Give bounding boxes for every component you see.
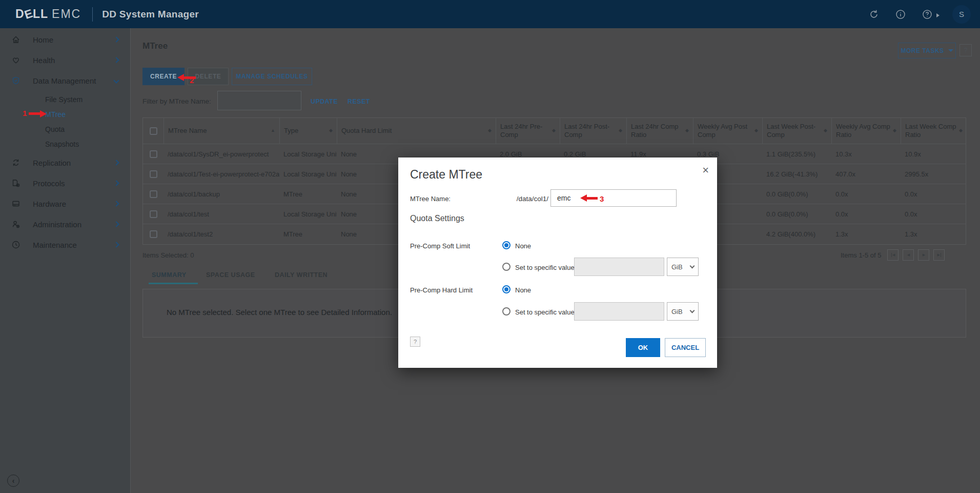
sidebar-item-protocols[interactable]: Protocols <box>0 173 131 193</box>
column-header-mtree-name[interactable]: MTree Name▲ <box>164 118 279 144</box>
row-checkbox[interactable] <box>150 170 157 178</box>
chevron-down-icon <box>113 77 119 83</box>
create-mtree-dialog: Create MTree × MTree Name: /data/col1/ Q… <box>398 157 717 368</box>
help-menu-button[interactable] <box>921 8 934 21</box>
sort-icon[interactable]: ◆ <box>893 128 896 133</box>
items-selected-status: Items Selected: 0 <box>142 251 194 259</box>
sort-icon[interactable]: ◆ <box>329 128 333 133</box>
no-selection-message: No MTree selected. Select one MTree to s… <box>167 308 392 317</box>
mtree-name-input[interactable] <box>550 189 677 207</box>
sort-icon[interactable]: ◆ <box>552 128 556 133</box>
column-header-last24-post-comp[interactable]: Last 24hr Post-Comp◆ <box>560 118 626 144</box>
cell-type: MTree <box>279 224 337 244</box>
sidebar-item-label: Protocols <box>33 179 65 188</box>
sidebar-item-label: Replication <box>33 159 71 167</box>
info-button[interactable] <box>894 8 907 21</box>
tab-space-usage[interactable]: SPACE USAGE <box>206 271 255 279</box>
hard-limit-specific-radio[interactable] <box>502 307 511 315</box>
shield-icon <box>11 75 25 86</box>
quota-settings-heading: Quota Settings <box>410 214 464 223</box>
sidebar-item-mtree[interactable]: MTree <box>0 107 131 122</box>
sidebar-item-health[interactable]: Health <box>0 50 131 70</box>
previous-page-button[interactable]: ◀ <box>903 249 914 261</box>
sidebar-item-data-management[interactable]: Data Management <box>0 70 131 91</box>
next-page-button[interactable]: ▶ <box>918 249 929 261</box>
column-header-last-week-comp-ratio[interactable]: Last Week Comp Ratio◆ <box>901 118 967 144</box>
cell-mtree-name: /data/col1/SysDR_ei-powerprotect <box>164 144 279 164</box>
column-header-type[interactable]: Type◆ <box>279 118 337 144</box>
question-icon: ? <box>964 47 968 54</box>
column-label: Last Week Post-Comp <box>767 123 822 140</box>
sort-icon[interactable]: ◆ <box>959 128 963 133</box>
sidebar-item-home[interactable]: Home <box>0 29 131 50</box>
sort-icon[interactable]: ◆ <box>488 128 492 133</box>
tab-daily-written[interactable]: DAILY WRITTEN <box>275 271 328 279</box>
column-header-last-week-post-comp[interactable]: Last Week Post-Comp◆ <box>762 118 831 144</box>
dialog-title: Create MTree <box>410 168 482 182</box>
page-help-button[interactable]: ? <box>959 44 972 56</box>
user-avatar[interactable]: S <box>952 5 971 24</box>
cell-weekly-ratio: 10.3x <box>831 144 901 164</box>
sort-icon[interactable]: ◆ <box>824 128 827 133</box>
update-link[interactable]: UPDATE <box>311 98 338 105</box>
soft-limit-specific-radio[interactable] <box>502 263 511 271</box>
last-page-button[interactable]: ▶ <box>933 249 945 261</box>
refresh-button[interactable] <box>867 8 881 21</box>
refresh-icon <box>868 9 880 20</box>
column-header-weekly-avg-post-comp[interactable]: Weekly Avg Post Comp◆ <box>693 118 762 144</box>
sort-icon[interactable]: ◆ <box>619 128 622 133</box>
sidebar-item-quota[interactable]: Quota <box>0 122 131 136</box>
collapse-sidebar-button[interactable]: ‹ <box>7 475 19 487</box>
sidebar-item-label: Health <box>33 56 55 65</box>
sidebar-item-administration[interactable]: Administration <box>0 214 131 234</box>
first-page-button[interactable]: ◀ <box>887 249 899 261</box>
ok-button[interactable]: OK <box>626 338 660 357</box>
sidebar-item-file-system[interactable]: File System <box>0 92 131 107</box>
logo-emc: EMC <box>52 7 81 21</box>
sidebar-item-label: Home <box>33 35 53 44</box>
row-checkbox[interactable] <box>150 210 157 218</box>
select-all-checkbox-cell[interactable] <box>143 118 164 144</box>
column-header-weekly-avg-comp-ratio[interactable]: Weekly Avg Comp Ratio◆ <box>831 118 901 144</box>
column-header-last24-comp-ratio[interactable]: Last 24hr Comp Ratio◆ <box>626 118 693 144</box>
reset-link[interactable]: RESET <box>348 98 370 105</box>
more-tasks-label: MORE TASKS <box>901 47 944 54</box>
manage-schedules-button[interactable]: MANAGE SCHEDULES <box>232 68 312 85</box>
sort-asc-icon[interactable]: ▲ <box>271 128 275 133</box>
annotation-arrow-3-tail <box>586 197 598 200</box>
soft-limit-unit-select[interactable]: GiB <box>667 258 699 276</box>
column-label: Last 24hr Pre-Comp <box>500 123 550 140</box>
more-tasks-button[interactable]: MORE TASKS <box>898 43 956 58</box>
hard-limit-none-radio[interactable] <box>502 285 511 293</box>
cell-type: Local Storage Unit <box>279 164 337 184</box>
select-all-checkbox[interactable] <box>150 127 157 135</box>
column-label: Type <box>284 127 298 135</box>
sidebar-item-replication[interactable]: Replication <box>0 152 131 173</box>
close-icon[interactable]: × <box>702 165 709 176</box>
column-header-quota-hard-limit[interactable]: Quota Hard Limit◆ <box>337 118 496 144</box>
sidebar-item-label: Hardware <box>33 200 66 208</box>
sort-icon[interactable]: ◆ <box>685 128 689 133</box>
soft-limit-none-radio[interactable] <box>502 241 511 249</box>
hard-limit-unit-select[interactable]: GiB <box>667 302 699 321</box>
row-checkbox[interactable] <box>150 190 157 198</box>
filter-input[interactable] <box>217 91 301 110</box>
collapse-icon: ‹ <box>12 477 15 485</box>
column-header-last24-pre-comp[interactable]: Last 24hr Pre-Comp◆ <box>496 118 560 144</box>
sidebar-item-snapshots[interactable]: Snapshots <box>0 136 131 151</box>
sidebar-item-hardware[interactable]: Hardware <box>0 193 131 214</box>
cell-weekly-ratio: 0.0x <box>831 184 901 204</box>
cancel-button[interactable]: CANCEL <box>665 338 706 357</box>
column-label: Weekly Avg Post Comp <box>698 123 752 140</box>
row-checkbox-cell <box>143 204 164 224</box>
annotation-number-3: 3 <box>600 194 604 203</box>
row-checkbox[interactable] <box>150 230 157 238</box>
cell-type: Local Storage Unit <box>279 144 337 164</box>
heart-icon <box>11 55 25 65</box>
sidebar-item-maintenance[interactable]: Maintenance <box>0 234 131 255</box>
protocols-icon <box>11 178 25 188</box>
tab-summary[interactable]: SUMMARY <box>152 271 187 279</box>
sort-icon[interactable]: ◆ <box>754 128 758 133</box>
dialog-help-button[interactable]: ? <box>410 337 420 347</box>
row-checkbox[interactable] <box>150 150 157 158</box>
